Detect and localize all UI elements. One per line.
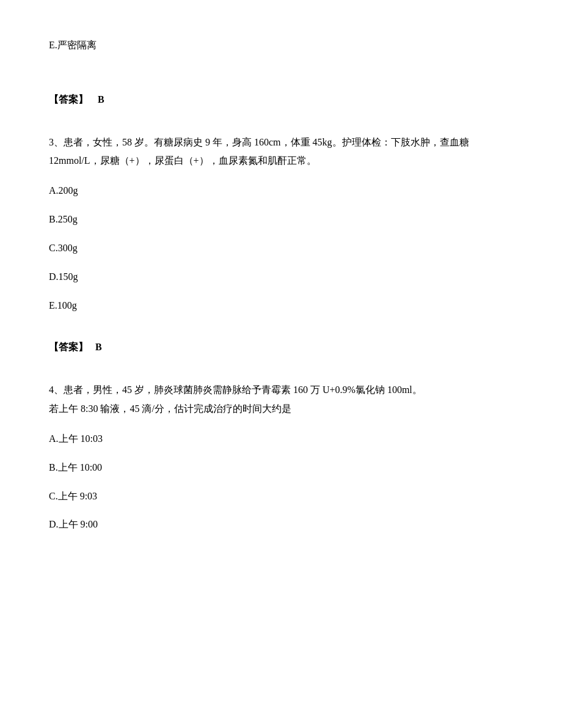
question-4-option-c: C.上午 9:03 [49, 488, 513, 506]
question-4-text-line1: 4、患者，男性，45 岁，肺炎球菌肺炎需静脉给予青霉素 160 万 U+0.9%… [49, 381, 513, 399]
question-3-option-d-label: D.150g [49, 271, 78, 282]
question-3-block: 3、患者，女性，58 岁。有糖尿病史 9 年，身高 160cm，体重 45kg。… [49, 133, 513, 315]
question-4-option-a: A.上午 10:03 [49, 430, 513, 448]
question-4-block: 4、患者，男性，45 岁，肺炎球菌肺炎需静脉给予青霉素 160 万 U+0.9%… [49, 381, 513, 534]
question-3-option-e: E.100g [49, 297, 513, 315]
question-4-option-d-label: D.上午 9:00 [49, 519, 98, 529]
answer-value-q2: B [95, 94, 104, 105]
question-3-option-b: B.250g [49, 211, 513, 229]
question-3-option-b-label: B.250g [49, 214, 78, 224]
question-4-text-line2: 若上午 8:30 输液，45 滴/分，估计完成治疗的时间大约是 [49, 400, 513, 418]
question-3-option-e-label: E.100g [49, 300, 77, 311]
question-3-option-d: D.150g [49, 268, 513, 286]
question-4-option-b-label: B.上午 10:00 [49, 462, 102, 472]
question-3-option-a-label: A.200g [49, 185, 78, 196]
question-4-option-d: D.上午 9:00 [49, 516, 513, 534]
answer-label-q2: 【答案】 [49, 94, 88, 105]
question-4-option-a-label: A.上午 10:03 [49, 433, 103, 444]
answer-block-q2: 【答案】 B [49, 91, 513, 109]
question-3-option-c-label: C.300g [49, 243, 78, 253]
answer-label-q3: 【答案】 [49, 342, 88, 352]
question-4-option-c-label: C.上午 9:03 [49, 491, 97, 501]
question-3-option-c: C.300g [49, 240, 513, 257]
question-4-text: 4、患者，男性，45 岁，肺炎球菌肺炎需静脉给予青霉素 160 万 U+0.9%… [49, 381, 513, 418]
option-e-isolation: E.严密隔离 [49, 37, 513, 54]
question-3-content: 3、患者，女性，58 岁。有糖尿病史 9 年，身高 160cm，体重 45kg。… [49, 137, 469, 166]
question-4-option-b: B.上午 10:00 [49, 459, 513, 477]
answer-block-q3: 【答案】 B [49, 339, 513, 356]
answer-value-q3: B [95, 342, 102, 352]
question-3-text: 3、患者，女性，58 岁。有糖尿病史 9 年，身高 160cm，体重 45kg。… [49, 133, 513, 171]
option-e-isolation-text: E.严密隔离 [49, 40, 97, 50]
question-3-option-a: A.200g [49, 182, 513, 200]
